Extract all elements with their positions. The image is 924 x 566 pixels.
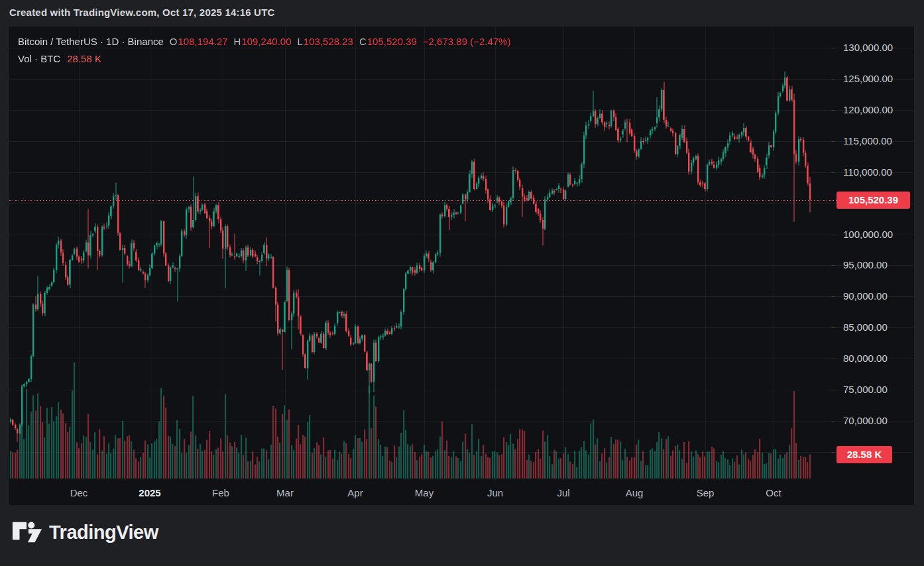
close-value: C105,520.39 [359,36,417,47]
tradingview-logo-text: TradingView [49,522,158,543]
time-tick-label: Mar [264,487,306,498]
low-value: L103,528.23 [298,36,353,47]
time-tick-label: Sep [684,487,726,498]
price-tick-mark [831,235,835,235]
last-volume-badge: 28.58 K [837,446,892,463]
price-tick-label: 90,000.00 [843,290,888,302]
price-tick-mark [831,421,835,422]
price-tick-mark [831,296,835,297]
time-tick-label: May [403,487,445,498]
price-tick-mark [831,452,835,453]
time-tick-label: Apr [334,487,376,498]
price-tick-mark [831,79,835,80]
time-tick-label: Jul [542,487,585,498]
change-value: −2,673.89 (−2.47%) [423,36,511,47]
price-tick-mark [831,141,835,142]
price-tick-label: 100,000.00 [843,229,893,241]
price-tick-label: 95,000.00 [843,259,888,271]
symbol-title: Bitcoin / TetherUS · 1D · Binance [18,36,164,47]
time-tick-label: Feb [200,487,242,498]
price-tick-mark [831,172,835,173]
price-tick-label: 70,000.00 [843,415,888,427]
price-tick-mark [831,390,835,390]
time-tick-label: Aug [613,487,656,498]
tradingview-logo-icon [12,520,42,545]
price-tick-label: 75,000.00 [843,384,888,396]
price-tick-label: 115,000.00 [843,135,892,147]
price-volume-canvas[interactable] [9,27,831,482]
open-value: O108,194.27 [170,36,228,47]
price-tick-label: 120,000.00 [843,104,893,116]
tradingview-logo[interactable]: TradingView [12,520,158,545]
price-tick-label: 110,000.00 [843,166,892,178]
price-tick-label: 125,000.00 [843,73,893,85]
price-tick-label: 80,000.00 [843,353,888,365]
volume-legend[interactable]: Vol · BTC 28.58 K [18,53,101,64]
high-value: H109,240.00 [234,36,292,47]
price-tick-mark [831,359,835,359]
price-tick-label: 130,000.00 [843,42,893,54]
last-price-badge: 105,520.39 [837,192,910,209]
price-tick-mark [831,48,835,48]
volume-value: 28.58 K [67,53,101,64]
time-tick-label: Oct [752,487,795,498]
time-tick-label: Jun [474,487,516,498]
symbol-legend[interactable]: Bitcoin / TetherUS · 1D · Binance O108,1… [18,36,510,47]
price-tick-mark [831,265,835,266]
volume-label: Vol · BTC [18,53,60,64]
attribution-text: Created with TradingView.com, Oct 17, 20… [9,7,275,18]
time-tick-label: 2025 [129,487,171,498]
price-tick-mark [831,110,835,111]
price-tick-mark [831,327,835,328]
last-price-line [9,200,837,201]
price-tick-label: 85,000.00 [843,321,888,333]
time-tick-label: Dec [58,487,100,498]
